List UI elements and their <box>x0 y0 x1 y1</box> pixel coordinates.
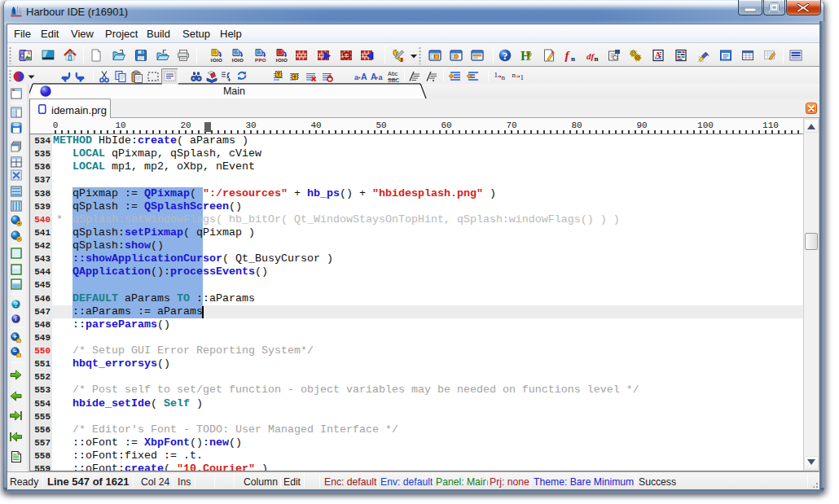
svg-text:Abc: Abc <box>388 71 398 77</box>
svg-text:?: ? <box>503 50 507 62</box>
svg-text:PPO: PPO <box>255 57 266 63</box>
svg-text:IOIO: IOIO <box>211 57 222 63</box>
svg-text:n: n <box>512 71 516 79</box>
svg-text:?: ? <box>526 50 532 63</box>
svg-text:f: f <box>565 49 571 62</box>
svg-text:1: 1 <box>494 71 499 79</box>
svg-text:n: n <box>502 73 506 81</box>
svg-text:?: ? <box>14 300 17 309</box>
svg-text:A: A <box>361 72 367 81</box>
svg-text:1: 1 <box>521 73 525 81</box>
svg-text:a: a <box>354 73 359 81</box>
svg-text:IOIO: IOIO <box>276 57 288 63</box>
svg-text:n: n <box>595 55 599 63</box>
svg-text:SBC: SBC <box>388 77 399 83</box>
svg-text:IOIO: IOIO <box>232 57 244 63</box>
svg-text:A: A <box>371 72 377 81</box>
svg-text:n: n <box>571 55 575 63</box>
svg-text:a: a <box>379 73 384 81</box>
